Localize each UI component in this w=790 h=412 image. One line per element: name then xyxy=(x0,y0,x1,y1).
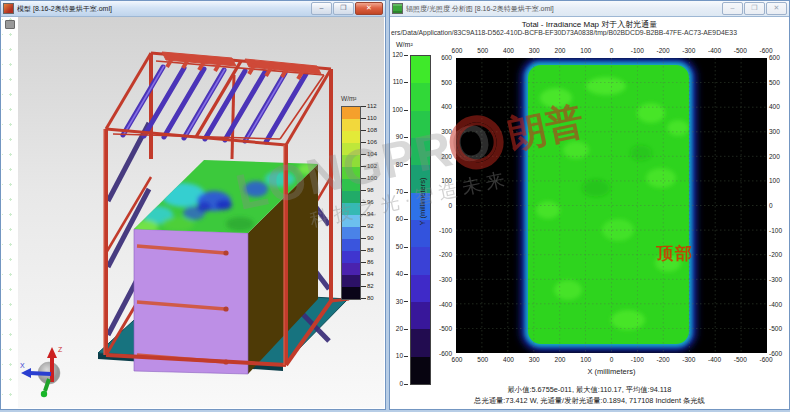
model-3d-viewport[interactable]: Z X W/m² 1121101081061041021009896949290… xyxy=(18,17,384,408)
colorbar-segment xyxy=(411,247,430,274)
tick-label: 600 xyxy=(769,54,789,61)
tick-label: -100 xyxy=(769,227,789,234)
scale-label: 50 xyxy=(396,243,408,250)
y-ticks-left: 6005004003002001000-100-200-300-400-500-… xyxy=(432,54,452,357)
colorbar-segment xyxy=(342,203,360,215)
scale-label: 84 xyxy=(361,271,374,277)
tick-label: 600 xyxy=(432,54,452,61)
colorbar-segment xyxy=(342,107,360,119)
tick-label: 500 xyxy=(472,47,494,54)
tick-label: 0 xyxy=(601,47,623,54)
scale-label: 60 xyxy=(396,215,408,222)
colorbar-unit-label: W/m² xyxy=(396,41,413,48)
minimize-button[interactable]: – xyxy=(311,2,332,15)
tree-collapse-icon[interactable] xyxy=(5,20,15,29)
tick-label: 100 xyxy=(575,47,597,54)
tick-label: 600 xyxy=(446,356,468,363)
scale-label: 104 xyxy=(361,151,377,157)
tick-label: 400 xyxy=(498,47,520,54)
model-tree-strip[interactable] xyxy=(2,17,19,408)
tick-label: -200 xyxy=(652,356,674,363)
irradiance-map-plot xyxy=(456,58,767,353)
orientation-axes-widget[interactable]: Z X xyxy=(20,346,63,397)
y-axis-ball xyxy=(41,391,47,397)
tick-label: -100 xyxy=(432,227,452,234)
colorbar-segment xyxy=(342,167,360,179)
irradiance-window-title: 辐照度/光照度 分析图 [8.16-2奥特曼烘干室.oml] xyxy=(406,4,721,14)
colorbar-segment xyxy=(342,131,360,143)
scale-label: 100 xyxy=(361,175,377,181)
tick-label: 0 xyxy=(601,356,623,363)
tick-label: -100 xyxy=(626,356,648,363)
tick-label: -400 xyxy=(769,301,789,308)
x-axis-label: X xyxy=(20,362,25,369)
tick-label: -200 xyxy=(769,251,789,258)
model-legend-colorbar xyxy=(341,106,361,300)
scale-label: 96 xyxy=(361,199,374,205)
scale-label: 112 xyxy=(361,103,377,109)
tick-label: -600 xyxy=(769,350,789,357)
close-button[interactable]: ✕ xyxy=(355,2,383,15)
scale-label: 30 xyxy=(396,298,408,305)
colorbar-segment xyxy=(342,239,360,251)
restore-button[interactable]: ❐ xyxy=(744,2,765,15)
x-axis-arrow xyxy=(29,373,51,374)
scale-label: 98 xyxy=(361,187,374,193)
tick-label: -400 xyxy=(432,301,452,308)
tick-label: -500 xyxy=(432,325,452,332)
colorbar-segment xyxy=(342,275,360,287)
tick-label: -400 xyxy=(704,47,726,54)
tick-label: 300 xyxy=(523,356,545,363)
close-button[interactable]: ✕ xyxy=(766,2,787,15)
scale-label: 40 xyxy=(396,270,408,277)
z-axis-arrowhead xyxy=(47,347,57,358)
colorbar-segment xyxy=(342,191,360,203)
tick-label: -600 xyxy=(755,47,777,54)
stats-min-max-avg: 最小值:5.6755e-011, 最大值:110.17, 平均值:94.118 xyxy=(390,385,789,395)
tick-label: 200 xyxy=(769,153,789,160)
colorbar-segment xyxy=(342,251,360,263)
scale-label: 80 xyxy=(396,161,408,168)
scale-label: 88 xyxy=(361,247,374,253)
x-ticks-top: 6005004003002001000-100-200-300-400-500-… xyxy=(446,47,777,54)
irradiance-map-canvas[interactable]: 顶部 xyxy=(456,58,767,353)
tick-label: 100 xyxy=(432,177,452,184)
minimize-button[interactable]: – xyxy=(722,2,743,15)
tick-label: 400 xyxy=(432,103,452,110)
tick-label: -600 xyxy=(432,350,452,357)
scale-label: 20 xyxy=(396,325,408,332)
irradiance-window-icon xyxy=(392,3,403,14)
colorbar-segment xyxy=(411,302,430,329)
colorbar-segment xyxy=(342,227,360,239)
irradiance-map-window: 辐照度/光照度 分析图 [8.16-2奥特曼烘干室.oml] – ❐ ✕ Tot… xyxy=(389,0,790,410)
colorbar-segment xyxy=(342,143,360,155)
tick-label: 400 xyxy=(769,103,789,110)
tick-label: 300 xyxy=(769,128,789,135)
colorbar-segment xyxy=(342,215,360,227)
restore-button[interactable]: ❐ xyxy=(333,2,354,15)
tick-label: -200 xyxy=(432,251,452,258)
scale-label: 90 xyxy=(361,235,374,241)
tick-label: 0 xyxy=(432,202,452,209)
model-legend-unit: W/m² xyxy=(341,95,391,102)
model-window-icon xyxy=(3,3,14,14)
tick-label: 500 xyxy=(432,79,452,86)
colorbar-segment xyxy=(342,263,360,275)
model-legend-labels: 1121101081061041021009896949290888684828… xyxy=(361,106,391,306)
scale-label: 82 xyxy=(361,283,374,289)
irradiance-window-titlebar[interactable]: 辐照度/光照度 分析图 [8.16-2奥特曼烘干室.oml] – ❐ ✕ xyxy=(390,1,789,17)
tick-label: 300 xyxy=(523,47,545,54)
scale-label: 110 xyxy=(393,78,408,85)
y-axis-label: Y (millimeters) xyxy=(418,162,427,242)
scale-label: 92 xyxy=(361,223,374,229)
model-window-titlebar[interactable]: 模型 [8.16-2奥特曼烘干室.oml] – ❐ ✕ xyxy=(1,1,385,17)
tick-label: -300 xyxy=(678,356,700,363)
tick-label: -300 xyxy=(432,276,452,283)
scale-label: 86 xyxy=(361,259,374,265)
model-legend: W/m² 11211010810610410210098969492908886… xyxy=(331,95,391,104)
scale-label: 106 xyxy=(361,139,377,145)
tick-label: -100 xyxy=(626,47,648,54)
scale-label: 120 xyxy=(392,51,408,58)
colorbar-segment xyxy=(411,111,430,138)
scale-label: 108 xyxy=(361,127,377,133)
